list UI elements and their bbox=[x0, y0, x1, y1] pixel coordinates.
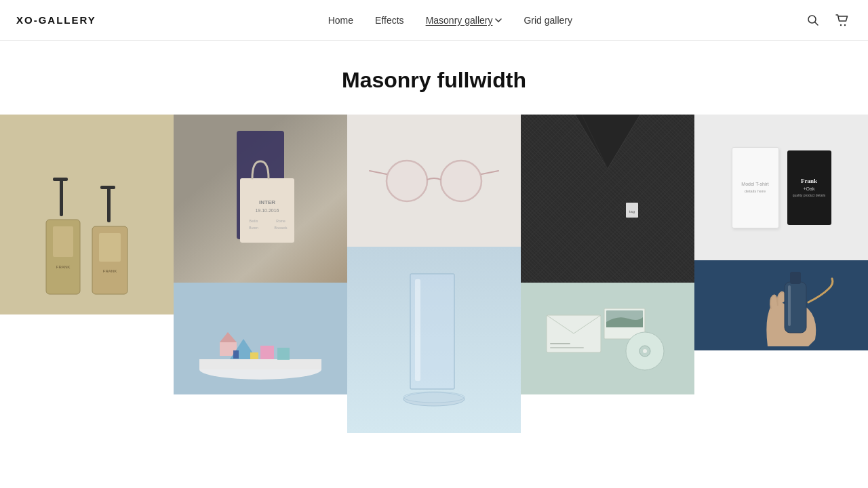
svg-point-33 bbox=[441, 161, 481, 201]
svg-marker-24 bbox=[220, 332, 237, 342]
search-button[interactable] bbox=[804, 12, 822, 29]
svg-rect-9 bbox=[99, 233, 121, 262]
svg-rect-22 bbox=[199, 359, 321, 369]
svg-text:Buren: Buren bbox=[249, 226, 258, 230]
svg-rect-4 bbox=[53, 226, 73, 257]
svg-point-31 bbox=[387, 161, 427, 201]
masonry-gallery: FRANK FRANK bbox=[0, 115, 868, 433]
soaps-svg: FRANK FRANK bbox=[39, 165, 134, 301]
nav-effects[interactable]: Effects bbox=[375, 15, 404, 26]
main-nav: Home Effects Masonry gallery Grid galler… bbox=[328, 15, 572, 26]
svg-text:Berlin: Berlin bbox=[250, 219, 258, 223]
svg-rect-47 bbox=[550, 347, 584, 348]
page-title-section: Masonry fullwidth bbox=[0, 41, 868, 115]
cart-button[interactable] bbox=[833, 12, 852, 29]
jacket-svg: tag bbox=[521, 115, 694, 283]
nav-home[interactable]: Home bbox=[328, 15, 353, 26]
glass-vase-svg bbox=[373, 253, 495, 423]
cart-icon bbox=[835, 14, 849, 26]
gallery-col-3 bbox=[347, 115, 521, 433]
svg-rect-35 bbox=[415, 279, 420, 381]
nav-masonry-label: Masonry gallery bbox=[426, 15, 493, 26]
gallery-item-tote[interactable]: INTER 19.10.2016 Berlin Rome Buren Bruss… bbox=[174, 115, 347, 283]
gallery-col-5: Model T-shirtdetails here Frank +Oak qua… bbox=[694, 115, 868, 433]
tote-image: INTER 19.10.2016 Berlin Rome Buren Bruss… bbox=[174, 115, 347, 283]
svg-text:INTER: INTER bbox=[259, 199, 275, 205]
svg-text:19.10.2016: 19.10.2016 bbox=[255, 208, 279, 213]
gallery-item-jacket[interactable]: tag bbox=[521, 115, 694, 283]
chevron-down-icon bbox=[495, 17, 502, 24]
bottle-svg bbox=[713, 265, 849, 346]
glasses-image bbox=[347, 115, 521, 247]
svg-point-37 bbox=[403, 392, 465, 403]
gallery-col-4: tag bbox=[521, 115, 694, 433]
packaging-image: Model T-shirtdetails here Frank +Oak qua… bbox=[694, 115, 868, 260]
gallery-item-stationery[interactable] bbox=[521, 283, 694, 394]
svg-point-2 bbox=[844, 24, 846, 25]
dark-package: Frank +Oak quality product details bbox=[787, 150, 831, 225]
soaps-image: FRANK FRANK bbox=[0, 115, 174, 314]
gallery-item-packaging[interactable]: Model T-shirtdetails here Frank +Oak qua… bbox=[694, 115, 868, 260]
white-package: Model T-shirtdetails here bbox=[732, 147, 779, 228]
svg-rect-10 bbox=[107, 187, 111, 222]
search-icon bbox=[807, 14, 819, 26]
glasses-svg bbox=[366, 154, 502, 208]
svg-text:Rome: Rome bbox=[276, 219, 285, 223]
gallery-item-shapes[interactable] bbox=[174, 283, 347, 394]
glass-vase-image bbox=[347, 247, 521, 433]
svg-rect-6 bbox=[53, 178, 68, 181]
gallery-item-bottle[interactable] bbox=[694, 260, 868, 350]
header-actions bbox=[804, 12, 852, 29]
site-header: XO-GALLERY Home Effects Masonry gallery … bbox=[0, 0, 868, 41]
masonry-grid: FRANK FRANK bbox=[0, 115, 868, 433]
stationery-svg bbox=[540, 291, 675, 386]
jacket-image: tag bbox=[521, 115, 694, 283]
svg-text:FRANK: FRANK bbox=[103, 269, 117, 273]
gallery-item-glasses[interactable] bbox=[347, 115, 521, 247]
svg-rect-28 bbox=[250, 352, 258, 359]
nav-masonry-dropdown[interactable]: Masonry gallery bbox=[426, 15, 502, 26]
svg-rect-46 bbox=[550, 343, 570, 344]
nav-grid[interactable]: Grid gallery bbox=[524, 15, 572, 26]
shapes-svg bbox=[193, 288, 328, 390]
page-title: Masonry fullwidth bbox=[16, 68, 852, 93]
svg-text:Brussels: Brussels bbox=[274, 226, 288, 230]
stationery-image bbox=[521, 283, 694, 394]
gallery-col-2: INTER 19.10.2016 Berlin Rome Buren Bruss… bbox=[174, 115, 347, 433]
svg-point-45 bbox=[643, 349, 647, 353]
gallery-col-1: FRANK FRANK bbox=[0, 115, 174, 433]
svg-point-1 bbox=[840, 24, 842, 25]
svg-rect-29 bbox=[233, 350, 239, 359]
bottle-image bbox=[694, 260, 868, 350]
svg-rect-48 bbox=[785, 282, 806, 333]
svg-rect-26 bbox=[260, 346, 274, 359]
site-logo[interactable]: XO-GALLERY bbox=[16, 14, 96, 26]
tote-svg: INTER 19.10.2016 Berlin Rome Buren Bruss… bbox=[220, 131, 301, 266]
svg-rect-27 bbox=[277, 348, 290, 360]
gallery-item-glass-vase[interactable] bbox=[347, 247, 521, 433]
svg-text:FRANK: FRANK bbox=[56, 265, 70, 269]
svg-rect-5 bbox=[60, 179, 63, 216]
svg-text:tag: tag bbox=[629, 209, 635, 214]
svg-rect-11 bbox=[100, 186, 115, 189]
gallery-item-soaps[interactable]: FRANK FRANK bbox=[0, 115, 174, 314]
svg-rect-49 bbox=[790, 272, 801, 284]
shapes-image bbox=[174, 283, 347, 394]
svg-rect-50 bbox=[788, 285, 791, 326]
